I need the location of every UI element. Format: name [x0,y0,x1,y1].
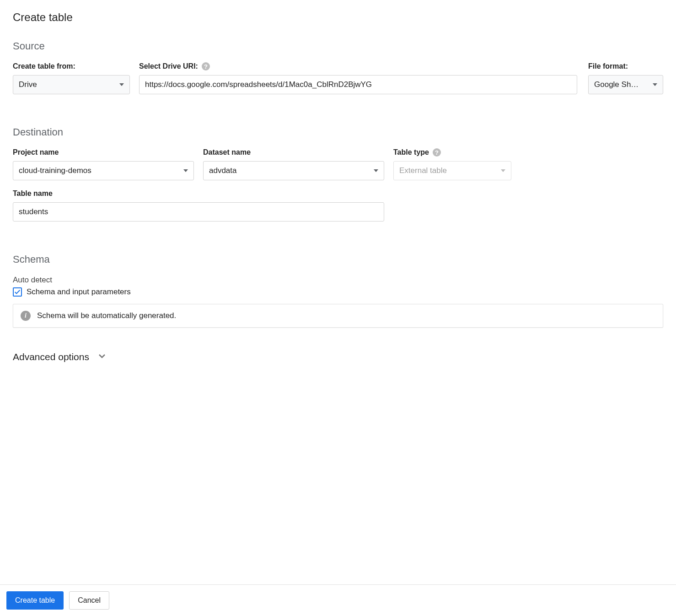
project-name-select[interactable]: cloud-training-demos [13,161,194,180]
table-name-input[interactable] [19,207,378,216]
chevron-down-icon [97,351,107,363]
file-format-value: Google Sh… [594,80,653,89]
table-type-select: External table [393,161,511,180]
auto-detect-label: Auto detect [13,276,663,285]
drive-uri-input[interactable] [145,80,571,89]
help-icon[interactable]: ? [433,148,441,157]
caret-down-icon [374,169,378,172]
cancel-button[interactable]: Cancel [69,591,109,610]
create-table-from-label: Create table from: [13,62,130,70]
schema-info-banner: i Schema will be automatically generated… [13,304,663,328]
advanced-options-label: Advanced options [13,351,89,362]
drive-uri-label: Select Drive URI: [139,62,198,70]
check-icon [14,288,21,296]
schema-info-text: Schema will be automatically generated. [37,311,176,320]
file-format-select[interactable]: Google Sh… [588,75,663,94]
table-name-label: Table name [13,189,384,198]
source-heading: Source [13,40,663,52]
auto-detect-checkbox[interactable] [13,287,22,297]
drive-uri-input-wrapper[interactable] [139,75,577,94]
file-format-label: File format: [588,62,663,70]
dataset-name-value: advdata [209,166,237,175]
dataset-name-label: Dataset name [203,148,384,157]
page-title: Create table [13,11,663,24]
caret-down-icon [653,83,657,86]
project-name-value: cloud-training-demos [19,166,91,175]
dataset-name-select[interactable]: advdata [203,161,384,180]
destination-heading: Destination [13,126,663,138]
info-icon: i [21,311,31,321]
table-type-label: Table type [393,148,429,157]
advanced-options-toggle[interactable]: Advanced options [13,351,663,363]
caret-down-icon [183,169,188,172]
table-type-value: External table [399,166,447,175]
schema-heading: Schema [13,254,663,265]
caret-down-icon [119,83,124,86]
table-name-input-wrapper[interactable] [13,202,384,222]
create-table-from-select[interactable]: Drive [13,75,130,94]
help-icon[interactable]: ? [202,62,210,70]
project-name-label: Project name [13,148,194,157]
caret-down-icon [501,169,505,172]
dialog-footer: Create table Cancel [0,584,676,616]
auto-detect-checkbox-label: Schema and input parameters [27,287,131,297]
create-table-from-value: Drive [19,80,37,89]
create-table-button[interactable]: Create table [6,591,64,610]
